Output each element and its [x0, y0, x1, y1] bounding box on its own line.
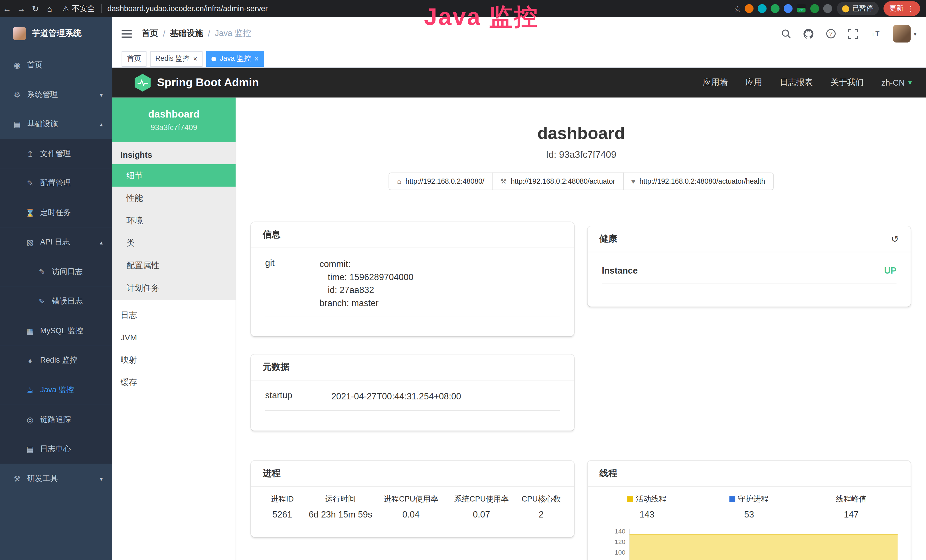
extensions-puzzle-icon[interactable] — [823, 4, 832, 13]
sidebar-item-config-management[interactable]: ✎ 配置管理 — [0, 168, 112, 198]
sba-nav-config-props[interactable]: 配置属性 — [112, 254, 236, 277]
sidebar-item-mysql-monitor[interactable]: ▦ MySQL 监控 — [0, 316, 112, 346]
eye-icon: ◎ — [26, 415, 35, 424]
home-icon: ⌂ — [397, 177, 401, 185]
close-icon[interactable]: × — [193, 55, 197, 63]
github-icon[interactable] — [803, 28, 814, 39]
health-instance-label: Instance — [602, 265, 638, 275]
sba-instance-header[interactable]: dashboard 93a3fc7f7409 — [112, 98, 236, 142]
sba-nav-wallboard[interactable]: 应用墙 — [703, 77, 728, 88]
sba-sidebar: dashboard 93a3fc7f7409 Insights 细节 性能 环境… — [112, 98, 236, 560]
column-process-cpu: 进程CPU使用率 — [375, 494, 446, 504]
sba-nav-performance[interactable]: 性能 — [112, 186, 236, 209]
info-card: 信息 git commit: time: 1596289704000 id: 2… — [251, 222, 574, 336]
sba-brand-title[interactable]: Spring Boot Admin — [157, 76, 259, 89]
chevron-down-icon: ▾ — [100, 475, 103, 482]
instance-id: 93a3fc7f7409 — [151, 123, 197, 132]
extension-icon-teal[interactable] — [758, 4, 767, 13]
legend-live-threads-value: 143 — [596, 509, 698, 519]
address-bar-url[interactable]: dashboard.yudao.iocoder.cn/infra/admin-s… — [101, 4, 268, 13]
sba-root-items: 日志 JVM 映射 缓存 — [112, 300, 236, 394]
browser-home-icon[interactable]: ⌂ — [42, 4, 57, 13]
status-badge: UP — [884, 265, 896, 275]
sba-nav-details[interactable]: 细节 — [112, 164, 236, 187]
sidebar-item-dev-tools[interactable]: ⚒ 研发工具 ▾ — [0, 464, 112, 493]
bookmark-star-icon[interactable]: ☆ — [731, 4, 745, 13]
tools-icon: ⚒ — [12, 474, 22, 483]
breadcrumb-home[interactable]: 首页 — [142, 28, 158, 39]
process-card: 进程 进程ID 运行时间 进程CPU使用率 系统CPU使用率 CPU核心数 52… — [251, 461, 574, 537]
sba-nav-applications[interactable]: 应用 — [746, 77, 762, 88]
help-icon[interactable]: ? — [826, 28, 836, 39]
extension-icon-on-switch[interactable]: on — [797, 4, 806, 13]
close-icon[interactable]: × — [254, 55, 259, 63]
browser-reload-icon[interactable]: ↻ — [28, 4, 42, 13]
sba-nav-caches[interactable]: 缓存 — [112, 371, 236, 394]
sba-nav-environment[interactable]: 环境 — [112, 209, 236, 232]
extension-icon-leaf[interactable] — [810, 4, 819, 13]
process-table-values: 5261 6d 23h 15m 59s 0.04 0.07 2 — [259, 504, 566, 519]
extensions-cluster: on — [744, 4, 832, 13]
extension-icon-green[interactable] — [770, 4, 779, 13]
y-axis-tick: 120 — [605, 538, 625, 545]
extension-icon-blue[interactable] — [784, 4, 793, 13]
sba-nav-about[interactable]: 关于我们 — [831, 77, 864, 88]
tab-home[interactable]: 首页 — [122, 51, 147, 67]
sidebar-item-trace[interactable]: ◎ 链路追踪 — [0, 404, 112, 434]
sidebar-item-access-logs[interactable]: ✎ 访问日志 — [0, 257, 112, 287]
threads-chart: 140 120 100 — [596, 527, 902, 560]
metadata-row-label: startup — [265, 390, 331, 403]
extension-icon-orange[interactable] — [744, 4, 754, 13]
breadcrumb-infrastructure[interactable]: 基础设施 — [170, 28, 203, 39]
sba-language-select[interactable]: zh-CN ▾ — [881, 78, 912, 87]
timer-icon: ⌛ — [26, 208, 35, 217]
instance-link-health[interactable]: ♥ http://192.168.0.2:48080/actuator/heal… — [623, 173, 773, 190]
browser-back-icon[interactable]: ← — [0, 4, 14, 13]
tags-view-bar: 首页 Redis 监控 × Java 监控 × — [112, 50, 926, 68]
browser-forward-icon[interactable]: → — [14, 4, 29, 13]
sidebar-item-redis-monitor[interactable]: ♦ Redis 监控 — [0, 345, 112, 375]
instance-link-root[interactable]: ⌂ http://192.168.0.2:48080/ — [389, 173, 493, 190]
sba-nav-classes[interactable]: 类 — [112, 232, 236, 254]
sidebar-item-system-management[interactable]: ⚙ 系统管理 ▾ — [0, 80, 112, 109]
sba-nav-scheduled-tasks[interactable]: 计划任务 — [112, 277, 236, 299]
metadata-card: 元数据 startup 2021-04-27T00:44:31.254+08:0… — [251, 354, 574, 430]
site-security-chip[interactable]: ⚠ 不安全 — [63, 3, 95, 14]
sidebar-item-infrastructure[interactable]: ▤ 基础设施 ▴ — [0, 109, 112, 139]
upload-icon: ↥ — [26, 149, 35, 158]
sidebar-item-home[interactable]: ◉ 首页 — [0, 50, 112, 80]
user-menu[interactable]: ▾ — [893, 25, 917, 42]
sidebar-item-error-logs[interactable]: ✎ 错误日志 — [0, 286, 112, 316]
search-icon[interactable] — [781, 28, 791, 39]
sidebar-item-log-center[interactable]: ▤ 日志中心 — [0, 434, 112, 464]
annotation-java-monitor: Java 监控 — [424, 1, 539, 33]
font-size-icon[interactable]: TT — [870, 28, 881, 39]
fullscreen-icon[interactable] — [848, 28, 859, 39]
tab-java-monitor[interactable]: Java 监控 × — [206, 51, 264, 67]
paused-chip[interactable]: 已暂停 — [837, 2, 879, 15]
health-card-title: 健康 — [599, 233, 617, 244]
security-label: 不安全 — [72, 3, 95, 14]
java-icon: ☕ — [26, 385, 35, 394]
git-commit-line: commit: — [319, 257, 413, 271]
column-uptime: 运行时间 — [305, 494, 375, 504]
sidebar-item-api-logs[interactable]: ▧ API 日志 ▴ — [0, 227, 112, 257]
instance-link-actuator[interactable]: ⚒ http://192.168.0.2:48080/actuator — [492, 173, 623, 190]
git-time-line: time: 1596289704000 — [328, 271, 413, 283]
health-instance-row[interactable]: Instance UP — [602, 265, 896, 284]
breadcrumb: 首页 / 基础设施 / Java 监控 — [142, 28, 251, 39]
history-icon[interactable]: ↺ — [891, 233, 899, 244]
app-logo-row: 芋道管理系统 — [0, 17, 112, 50]
sidebar-item-scheduled-jobs[interactable]: ⌛ 定时任务 — [0, 198, 112, 228]
sidebar-item-java-monitor[interactable]: ☕ Java 监控 — [0, 375, 112, 405]
metadata-row-startup: startup 2021-04-27T00:44:31.254+08:00 — [265, 390, 560, 410]
sba-nav-jvm[interactable]: JVM — [112, 326, 236, 349]
tab-redis-monitor[interactable]: Redis 监控 × — [150, 51, 203, 67]
hamburger-icon[interactable] — [122, 30, 132, 38]
browser-update-button[interactable]: 更新 ⋮ — [884, 1, 920, 16]
sidebar-item-file-management[interactable]: ↥ 文件管理 — [0, 139, 112, 169]
legend-daemon-threads-value: 53 — [698, 509, 800, 519]
sba-nav-journal[interactable]: 日志报表 — [780, 77, 813, 88]
sba-nav-mappings[interactable]: 映射 — [112, 349, 236, 371]
sba-nav-logs[interactable]: 日志 — [112, 304, 236, 326]
